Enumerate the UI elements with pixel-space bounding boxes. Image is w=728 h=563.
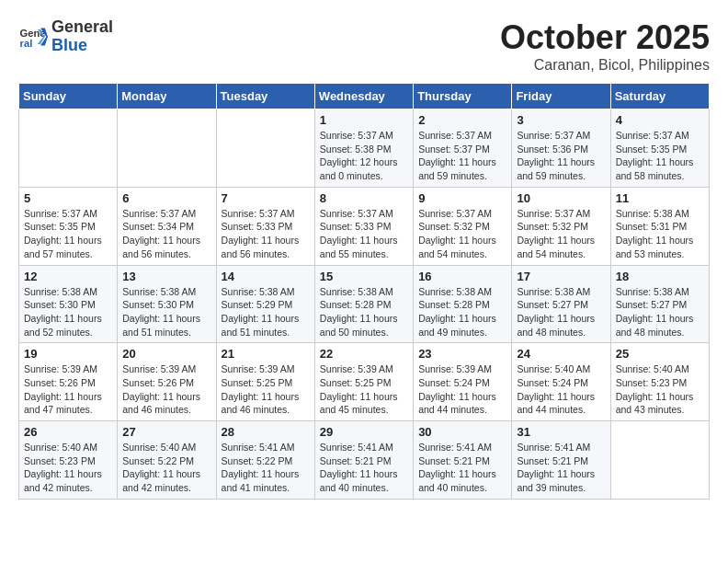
calendar-cell: 10Sunrise: 5:37 AM Sunset: 5:32 PM Dayli… [512,187,610,265]
day-info: Sunrise: 5:38 AM Sunset: 5:28 PM Dayligh… [418,285,506,339]
day-info: Sunrise: 5:37 AM Sunset: 5:35 PM Dayligh… [24,207,112,261]
day-info: Sunrise: 5:38 AM Sunset: 5:30 PM Dayligh… [122,285,210,339]
calendar-cell: 24Sunrise: 5:40 AM Sunset: 5:24 PM Dayli… [512,343,610,421]
calendar-cell [118,109,216,188]
day-number: 8 [320,191,408,205]
calendar-week-row: 5Sunrise: 5:37 AM Sunset: 5:35 PM Daylig… [19,187,710,265]
day-number: 20 [122,347,210,361]
calendar-cell: 9Sunrise: 5:37 AM Sunset: 5:32 PM Daylig… [414,187,512,265]
calendar-cell [19,109,118,188]
day-number: 27 [122,425,210,439]
calendar-week-row: 1Sunrise: 5:37 AM Sunset: 5:38 PM Daylig… [19,109,710,188]
day-info: Sunrise: 5:41 AM Sunset: 5:21 PM Dayligh… [418,441,506,495]
day-info: Sunrise: 5:40 AM Sunset: 5:24 PM Dayligh… [517,362,605,417]
calendar-cell: 18Sunrise: 5:38 AM Sunset: 5:27 PM Dayli… [610,265,709,343]
day-info: Sunrise: 5:40 AM Sunset: 5:22 PM Dayligh… [122,441,210,495]
day-number: 12 [24,270,112,283]
calendar-cell: 19Sunrise: 5:39 AM Sunset: 5:26 PM Dayli… [19,343,118,421]
day-number: 7 [222,191,310,205]
day-info: Sunrise: 5:37 AM Sunset: 5:36 PM Dayligh… [517,129,605,183]
weekday-header-row: SundayMondayTuesdayWednesdayThursdayFrid… [19,84,710,109]
day-info: Sunrise: 5:39 AM Sunset: 5:26 PM Dayligh… [24,362,112,417]
calendar-cell: 11Sunrise: 5:38 AM Sunset: 5:31 PM Dayli… [610,187,709,265]
day-info: Sunrise: 5:39 AM Sunset: 5:24 PM Dayligh… [418,362,506,417]
location-title: Caranan, Bicol, Philippines [500,57,710,74]
day-info: Sunrise: 5:38 AM Sunset: 5:31 PM Dayligh… [616,207,704,261]
calendar-table: SundayMondayTuesdayWednesdayThursdayFrid… [18,83,710,500]
day-number: 15 [320,270,408,283]
calendar-cell: 1Sunrise: 5:37 AM Sunset: 5:38 PM Daylig… [314,109,413,188]
calendar-cell: 5Sunrise: 5:37 AM Sunset: 5:35 PM Daylig… [19,187,118,265]
day-number: 5 [24,191,112,205]
day-info: Sunrise: 5:37 AM Sunset: 5:33 PM Dayligh… [320,207,408,261]
calendar-cell: 15Sunrise: 5:38 AM Sunset: 5:28 PM Dayli… [314,265,413,343]
weekday-header: Saturday [610,84,709,109]
calendar-cell: 30Sunrise: 5:41 AM Sunset: 5:21 PM Dayli… [414,421,512,500]
weekday-header: Tuesday [216,84,314,109]
calendar-cell: 28Sunrise: 5:41 AM Sunset: 5:22 PM Dayli… [216,421,314,500]
calendar-cell: 13Sunrise: 5:38 AM Sunset: 5:30 PM Dayli… [118,265,216,343]
day-info: Sunrise: 5:41 AM Sunset: 5:21 PM Dayligh… [320,441,408,495]
day-info: Sunrise: 5:40 AM Sunset: 5:23 PM Dayligh… [616,362,704,417]
day-info: Sunrise: 5:38 AM Sunset: 5:28 PM Dayligh… [320,285,408,339]
day-number: 6 [122,191,210,205]
calendar-cell: 17Sunrise: 5:38 AM Sunset: 5:27 PM Dayli… [512,265,610,343]
day-info: Sunrise: 5:37 AM Sunset: 5:34 PM Dayligh… [122,207,210,261]
calendar-cell: 23Sunrise: 5:39 AM Sunset: 5:24 PM Dayli… [414,343,512,421]
calendar-cell: 3Sunrise: 5:37 AM Sunset: 5:36 PM Daylig… [512,109,610,188]
day-number: 17 [517,270,605,283]
calendar-cell: 29Sunrise: 5:41 AM Sunset: 5:21 PM Dayli… [314,421,413,500]
day-info: Sunrise: 5:41 AM Sunset: 5:21 PM Dayligh… [517,441,605,495]
day-info: Sunrise: 5:39 AM Sunset: 5:25 PM Dayligh… [320,362,408,417]
day-info: Sunrise: 5:40 AM Sunset: 5:23 PM Dayligh… [24,441,112,495]
logo-text: General Blue [51,18,113,55]
day-info: Sunrise: 5:39 AM Sunset: 5:26 PM Dayligh… [122,362,210,417]
calendar-week-row: 19Sunrise: 5:39 AM Sunset: 5:26 PM Dayli… [19,343,710,421]
month-title: October 2025 [500,18,710,57]
day-number: 30 [418,425,506,439]
logo-icon: Gene ral [18,22,48,52]
day-number: 23 [418,347,506,361]
day-number: 26 [24,425,112,439]
day-number: 9 [418,191,506,205]
calendar-cell: 6Sunrise: 5:37 AM Sunset: 5:34 PM Daylig… [118,187,216,265]
calendar-cell: 31Sunrise: 5:41 AM Sunset: 5:21 PM Dayli… [512,421,610,500]
weekday-header: Monday [118,84,216,109]
calendar-week-row: 26Sunrise: 5:40 AM Sunset: 5:23 PM Dayli… [19,421,710,500]
logo: Gene ral General Blue [18,18,113,55]
day-number: 21 [222,347,310,361]
calendar-cell: 16Sunrise: 5:38 AM Sunset: 5:28 PM Dayli… [414,265,512,343]
day-number: 24 [517,347,605,361]
day-number: 19 [24,347,112,361]
day-number: 31 [517,425,605,439]
day-info: Sunrise: 5:37 AM Sunset: 5:33 PM Dayligh… [222,207,310,261]
calendar-cell: 20Sunrise: 5:39 AM Sunset: 5:26 PM Dayli… [118,343,216,421]
day-info: Sunrise: 5:38 AM Sunset: 5:30 PM Dayligh… [24,285,112,339]
day-number: 18 [616,270,704,283]
day-number: 22 [320,347,408,361]
day-number: 11 [616,191,704,205]
calendar-cell: 7Sunrise: 5:37 AM Sunset: 5:33 PM Daylig… [216,187,314,265]
day-info: Sunrise: 5:37 AM Sunset: 5:32 PM Dayligh… [517,207,605,261]
day-number: 13 [122,270,210,283]
calendar-cell: 2Sunrise: 5:37 AM Sunset: 5:37 PM Daylig… [414,109,512,188]
calendar-week-row: 12Sunrise: 5:38 AM Sunset: 5:30 PM Dayli… [19,265,710,343]
calendar-cell: 26Sunrise: 5:40 AM Sunset: 5:23 PM Dayli… [19,421,118,500]
calendar-cell: 14Sunrise: 5:38 AM Sunset: 5:29 PM Dayli… [216,265,314,343]
day-number: 29 [320,425,408,439]
calendar-cell: 21Sunrise: 5:39 AM Sunset: 5:25 PM Dayli… [216,343,314,421]
day-info: Sunrise: 5:41 AM Sunset: 5:22 PM Dayligh… [222,441,310,495]
day-number: 14 [222,270,310,283]
day-number: 28 [222,425,310,439]
title-area: October 2025 Caranan, Bicol, Philippines [500,18,710,74]
calendar-cell: 27Sunrise: 5:40 AM Sunset: 5:22 PM Dayli… [118,421,216,500]
day-info: Sunrise: 5:38 AM Sunset: 5:27 PM Dayligh… [517,285,605,339]
day-number: 16 [418,270,506,283]
day-info: Sunrise: 5:37 AM Sunset: 5:37 PM Dayligh… [418,129,506,183]
day-info: Sunrise: 5:38 AM Sunset: 5:27 PM Dayligh… [616,285,704,339]
day-number: 4 [616,113,704,127]
day-number: 1 [320,113,408,127]
day-number: 3 [517,113,605,127]
weekday-header: Wednesday [314,84,413,109]
calendar-cell [610,421,709,500]
